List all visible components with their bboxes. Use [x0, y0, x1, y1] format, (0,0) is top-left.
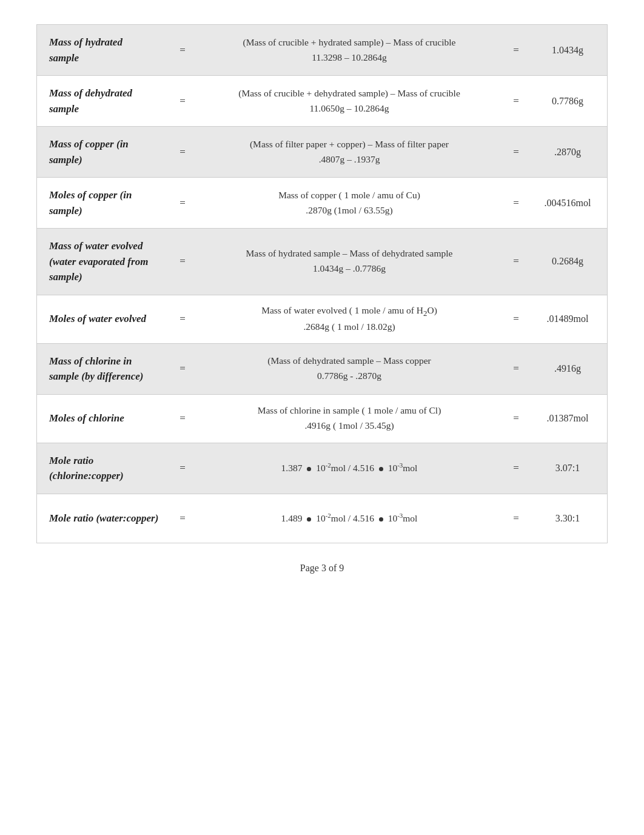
equals-sign-left-mole-ratio-water-copper: = [170, 508, 195, 529]
data-table: Mass of hydratedsample=(Mass of crucible… [36, 24, 608, 543]
row-label-mass-copper: Mass of copper (insample) [37, 127, 170, 177]
row-label-mass-hydrated: Mass of hydratedsample [37, 25, 170, 75]
result-mass-chlorine: .4916g [528, 358, 607, 379]
table-row-moles-copper: Moles of copper (insample)=Mass of coppe… [37, 178, 607, 229]
equals-sign-left-moles-water: = [170, 308, 195, 330]
table-row-mass-chlorine: Mass of chlorine in sample (by differenc… [37, 344, 607, 395]
row-label-mole-ratio-chlorine-copper: Mole ratio (chlorine:copper) [37, 443, 170, 494]
result-mass-copper: .2870g [528, 142, 607, 163]
formula-mass-hydrated: (Mass of crucible + hydrated sample) – M… [195, 29, 504, 72]
formula-moles-water: Mass of water evolved ( 1 mole / amu of … [195, 297, 504, 341]
equals-sign-right-mass-dehydrated: = [504, 90, 528, 112]
page-footer: Page 3 of 9 [300, 563, 344, 574]
table-row-mole-ratio-chlorine-copper: Mole ratio (chlorine:copper)=1.387 10-2m… [37, 443, 607, 494]
table-row-mass-hydrated: Mass of hydratedsample=(Mass of crucible… [37, 25, 607, 76]
equals-sign-left-mass-chlorine: = [170, 358, 195, 380]
row-label-mole-ratio-water-copper: Mole ratio (water:copper) [37, 501, 170, 536]
equals-sign-left-mass-hydrated: = [170, 39, 195, 61]
equals-sign-right-mass-copper: = [504, 141, 528, 163]
result-mass-hydrated: 1.0434g [528, 40, 607, 61]
equals-sign-left-mole-ratio-chlorine-copper: = [170, 457, 195, 479]
formula-moles-copper: Mass of copper ( 1 mole / amu of Cu).287… [195, 182, 504, 224]
equals-sign-left-moles-copper: = [170, 192, 195, 214]
equals-sign-left-moles-chlorine: = [170, 407, 195, 429]
equals-sign-left-mass-dehydrated: = [170, 90, 195, 112]
equals-sign-right-moles-copper: = [504, 192, 528, 214]
result-moles-water: .01489mol [528, 309, 607, 329]
equals-sign-right-moles-water: = [504, 308, 528, 330]
formula-mass-dehydrated: (Mass of crucible + dehydrated sample) –… [195, 80, 504, 122]
formula-moles-chlorine: Mass of chlorine in sample ( 1 mole / am… [195, 397, 504, 440]
page-number: Page 3 of 9 [300, 563, 344, 573]
equals-sign-right-mass-water: = [504, 250, 528, 272]
equals-sign-right-mole-ratio-water-copper: = [504, 508, 528, 529]
table-row-moles-chlorine: Moles of chlorine=Mass of chlorine in sa… [37, 395, 607, 443]
table-row-mole-ratio-water-copper: Mole ratio (water:copper)=1.489 10-2mol … [37, 494, 607, 543]
equals-sign-right-mass-hydrated: = [504, 39, 528, 61]
row-label-mass-chlorine: Mass of chlorine in sample (by differenc… [37, 344, 170, 394]
equals-sign-right-mole-ratio-chlorine-copper: = [504, 457, 528, 479]
result-mole-ratio-water-copper: 3.30:1 [528, 508, 607, 529]
formula-mass-chlorine: (Mass of dehydrated sample – Mass copper… [195, 347, 504, 390]
result-moles-copper: .004516mol [528, 193, 607, 213]
row-label-moles-water: Moles of water evolved [37, 301, 170, 337]
equals-sign-right-moles-chlorine: = [504, 407, 528, 429]
result-mass-water: 0.2684g [528, 251, 607, 272]
equals-sign-right-mass-chlorine: = [504, 358, 528, 380]
result-mole-ratio-chlorine-copper: 3.07:1 [528, 458, 607, 478]
formula-mass-water: Mass of hydrated sample – Mass of dehydr… [195, 240, 504, 283]
row-label-moles-copper: Moles of copper (insample) [37, 178, 170, 228]
formula-mole-ratio-chlorine-copper: 1.387 10-2mol / 4.516 10-3mol [195, 454, 504, 482]
table-row-mass-water: Mass of water evolved (water evaporated … [37, 229, 607, 295]
formula-mass-copper: (Mass of filter paper + copper) – Mass o… [195, 131, 504, 173]
equals-sign-left-mass-water: = [170, 250, 195, 272]
table-row-mass-copper: Mass of copper (insample)=(Mass of filte… [37, 127, 607, 178]
table-row-moles-water: Moles of water evolved=Mass of water evo… [37, 295, 607, 344]
row-label-moles-chlorine: Moles of chlorine [37, 401, 170, 436]
result-mass-dehydrated: 0.7786g [528, 91, 607, 112]
table-row-mass-dehydrated: Mass of dehydratedsample=(Mass of crucib… [37, 76, 607, 127]
result-moles-chlorine: .01387mol [528, 408, 607, 429]
row-label-mass-water: Mass of water evolved (water evaporated … [37, 229, 170, 295]
formula-mole-ratio-water-copper: 1.489 10-2mol / 4.516 10-3mol [195, 505, 504, 532]
equals-sign-left-mass-copper: = [170, 141, 195, 163]
row-label-mass-dehydrated: Mass of dehydratedsample [37, 76, 170, 126]
